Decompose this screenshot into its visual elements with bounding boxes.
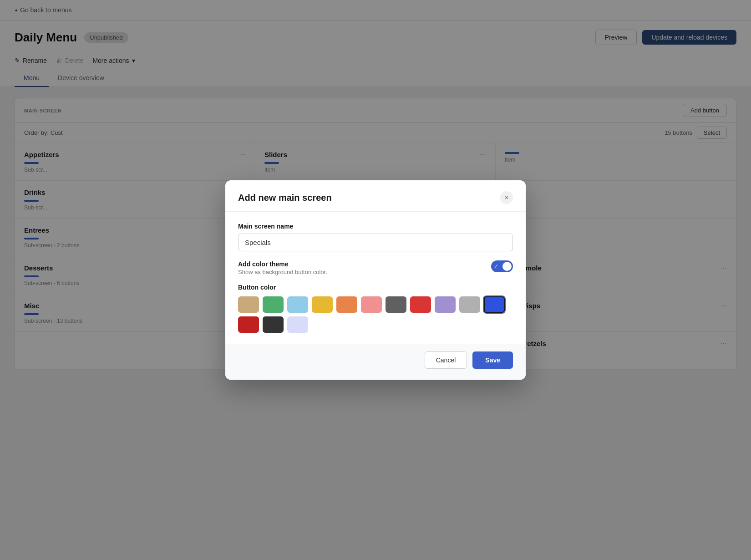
save-button[interactable]: Save <box>472 351 513 369</box>
modal-footer: Cancel Save <box>225 344 526 380</box>
button-color-label: Button color <box>238 284 513 291</box>
color-theme-row: Add color theme Show as background butto… <box>238 260 513 275</box>
color-swatch-lavender[interactable] <box>435 296 456 313</box>
toggle-thumb <box>502 262 512 271</box>
toggle-check-icon: ✓ <box>494 263 498 270</box>
modal-close-button[interactable]: × <box>500 191 513 204</box>
color-swatch-very-light-blue[interactable] <box>287 316 308 333</box>
modal-body: Main screen name Add color theme Show as… <box>225 212 526 344</box>
color-swatch-light-blue[interactable] <box>287 296 308 313</box>
color-theme-desc: Show as background button color. <box>238 269 327 275</box>
color-swatch-orange[interactable] <box>336 296 357 313</box>
color-swatch-blue[interactable] <box>484 296 505 313</box>
cancel-button[interactable]: Cancel <box>425 351 467 369</box>
color-swatch-light-gray[interactable] <box>459 296 480 313</box>
color-swatch-red[interactable] <box>410 296 431 313</box>
modal-header: Add new main screen × <box>225 180 526 212</box>
color-swatch-charcoal[interactable] <box>263 316 284 333</box>
color-theme-label: Add color theme <box>238 260 327 268</box>
color-swatch-dark-red[interactable] <box>238 316 259 333</box>
color-swatch-green[interactable] <box>263 296 284 313</box>
color-swatch-pink[interactable] <box>361 296 382 313</box>
modal-overlay[interactable]: Add new main screen × Main screen name A… <box>0 0 751 560</box>
color-swatches <box>238 296 513 333</box>
color-swatch-yellow[interactable] <box>312 296 333 313</box>
color-swatch-dark-gray[interactable] <box>386 296 406 313</box>
color-swatch-tan[interactable] <box>238 296 259 313</box>
color-theme-toggle[interactable]: ✓ <box>491 260 513 272</box>
add-main-screen-modal: Add new main screen × Main screen name A… <box>225 180 526 380</box>
name-field-input[interactable] <box>238 234 513 251</box>
modal-title: Add new main screen <box>238 193 332 203</box>
name-field-label: Main screen name <box>238 223 513 230</box>
